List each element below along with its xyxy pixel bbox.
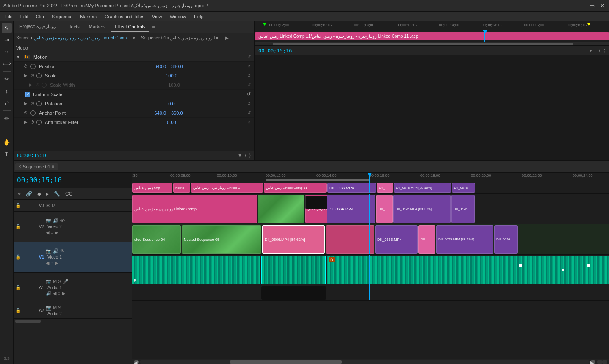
slip-button[interactable]: ↕ [2, 86, 12, 96]
v2-clip-6[interactable]: DII_ [376, 195, 393, 223]
rectangle-tool-button[interactable]: □ [2, 125, 12, 135]
scale-stopwatch[interactable]: ⏱ [30, 73, 35, 78]
v2-clip-8[interactable]: DII_0676 [451, 195, 475, 223]
anchor-value-x[interactable]: 640.0 [154, 110, 166, 116]
mark-in-icon[interactable]: ⟨ [599, 48, 601, 53]
uniform-scale-reset[interactable]: ↺ [247, 91, 251, 97]
track-select-tool[interactable]: ▸ [44, 190, 50, 198]
v2-lock[interactable]: 🔒 [15, 224, 21, 229]
a1-mic-icon[interactable]: 🎤 [63, 279, 69, 284]
position-value-y[interactable]: 360.0 [171, 64, 183, 69]
anchor-stopwatch[interactable]: ⏱ [24, 110, 28, 115]
anchor-value-y[interactable]: 360.0 [171, 110, 183, 116]
ripple-edit-button[interactable]: ↔ [2, 47, 12, 57]
rotation-value[interactable]: 0.0 [168, 101, 174, 106]
v2-audio-icon[interactable]: 🔊 [53, 218, 59, 223]
menu-file[interactable]: File [2, 13, 16, 20]
tab-effects[interactable]: Effects [61, 22, 83, 32]
v1-eye-icon[interactable]: 👁 [60, 248, 65, 254]
rotation-reset-button[interactable]: ↺ [247, 101, 251, 106]
a1-next[interactable]: ▶ [62, 291, 65, 296]
tab-markers[interactable]: Markers [85, 22, 110, 32]
track-controls-scroll-thumb[interactable] [15, 320, 41, 323]
v3-clip-2[interactable]: Neste [173, 183, 190, 193]
v3-clip-8[interactable]: DII_0676 [452, 183, 475, 193]
add-marker-tool[interactable]: ◆ [36, 190, 43, 198]
v1-visibility-icon[interactable]: 📷 [46, 248, 52, 254]
motion-chevron[interactable]: ▾ [17, 54, 22, 60]
zoom-left-marker[interactable] [597, 360, 602, 364]
v2-prev[interactable]: ◀ [46, 230, 49, 235]
v1-clip-5[interactable]: DII_0666.MP4 [375, 225, 418, 254]
anti-flicker-chevron[interactable]: ▶ [24, 119, 29, 125]
anti-flicker-reset-button[interactable]: ↺ [247, 120, 251, 124]
scroll-right-btn[interactable]: ▶ [590, 360, 595, 364]
snap-tool[interactable]: ⌖ [16, 190, 22, 198]
menu-window[interactable]: Window [166, 13, 190, 20]
v2-clip-7[interactable]: DII_0675.MP4 [88.19%] [393, 195, 451, 223]
v2-visibility-icon[interactable]: 📷 [46, 218, 52, 223]
a1-mute-icon[interactable]: M [53, 279, 57, 284]
v1-clip-6[interactable]: DII_ [418, 225, 435, 254]
v3-clip-1[interactable]: زمین عباس.aep [132, 183, 172, 193]
hand-tool-button[interactable]: ✋ [2, 137, 12, 147]
a1-clip-icon[interactable]: 📷 [46, 279, 52, 284]
v3-clip-3[interactable]: رونبارچیره - زمین عباس Linked C [191, 183, 263, 193]
v2-clip-1[interactable]: رونبارچیره - زمین عباس Linked Comp... [132, 195, 257, 223]
v1-audio-icon[interactable]: 🔊 [53, 248, 59, 254]
a2-solo-icon[interactable]: S [58, 305, 61, 311]
minimize-button[interactable]: ─ [579, 3, 585, 9]
v1-cycle[interactable]: ○ [50, 260, 53, 266]
scale-chevron[interactable]: ▶ [24, 73, 29, 78]
a2-clip-icon[interactable]: 📷 [46, 305, 52, 311]
a1-prev[interactable]: ◀ [53, 291, 56, 296]
menu-view[interactable]: View [149, 13, 166, 20]
a1-solo-icon[interactable]: S [58, 279, 61, 284]
track-select-button[interactable]: ⇥ [2, 35, 12, 45]
v1-next[interactable]: ▶ [55, 260, 58, 266]
v3-lock[interactable]: 🔒 [15, 203, 21, 208]
v1-lock[interactable]: 🔒 [15, 254, 21, 260]
v3-clip-6[interactable]: DII_ [377, 183, 393, 193]
v3-clip-5[interactable]: DII_0666.MP4 [327, 183, 376, 193]
effect-controls-menu-icon[interactable]: ≡ [152, 25, 155, 30]
filter-icon[interactable]: ▼ [238, 153, 242, 158]
sequence-dropdown-arrow[interactable]: ▶ [225, 36, 229, 40]
motion-group-row[interactable]: ▾ fx Motion ↺ [14, 52, 254, 62]
v2-clip-2[interactable] [258, 195, 304, 223]
a2-lock[interactable]: 🔒 [15, 308, 21, 313]
motion-reset-button[interactable]: ↺ [247, 55, 251, 59]
close-button[interactable]: ✕ [599, 3, 606, 9]
v1-prev[interactable]: ◀ [46, 260, 49, 266]
v2-next[interactable]: ▶ [55, 230, 58, 235]
goto-next-icon[interactable]: ⟩ [249, 153, 251, 158]
a1-volume[interactable]: 🔊 [46, 291, 52, 296]
source-scroll-thumb[interactable] [273, 43, 574, 45]
menu-graphics[interactable]: Graphics and Titles [101, 13, 148, 20]
v2-cycle[interactable]: ○ [50, 230, 53, 235]
position-value-x[interactable]: 640.0 [154, 64, 166, 69]
v1-clip-7[interactable]: DII_0675.MP4 [88.19%] [436, 225, 493, 254]
menu-markers[interactable]: Markers [77, 13, 100, 20]
v1-clip-8[interactable]: DII_0676 [494, 225, 518, 254]
anti-flicker-value[interactable]: 0.00 [167, 120, 176, 125]
scroll-thumb-h[interactable] [230, 360, 342, 364]
position-stopwatch[interactable]: ⏱ [24, 64, 28, 69]
razor-button[interactable]: ✂ [2, 74, 12, 84]
a2-clip-1[interactable] [261, 286, 326, 300]
sequence-timecode[interactable]: 00;00;15;16 [17, 176, 62, 184]
pen-tool-button[interactable]: ✏ [2, 113, 12, 124]
filter-icon-source[interactable]: ▼ [589, 48, 593, 53]
menu-clip[interactable]: Clip [33, 13, 47, 20]
v3-mute[interactable]: M [52, 203, 55, 208]
a2-mute-icon[interactable]: M [53, 305, 57, 311]
seq-tab-close[interactable]: × [19, 164, 21, 169]
a1-clip-1[interactable]: R [132, 256, 260, 284]
a1-clip-2[interactable] [261, 256, 326, 284]
scale-width-reset-button[interactable]: ↺ [247, 83, 251, 87]
tab-project[interactable]: Project: رونبارچیره [15, 22, 60, 32]
position-reset-button[interactable]: ↺ [247, 64, 251, 69]
slide-button[interactable]: ⇄ [2, 98, 12, 108]
v3-clip-4[interactable]: زمین عباس Linked Comp 11 [264, 183, 327, 193]
anchor-reset-button[interactable]: ↺ [247, 110, 251, 115]
